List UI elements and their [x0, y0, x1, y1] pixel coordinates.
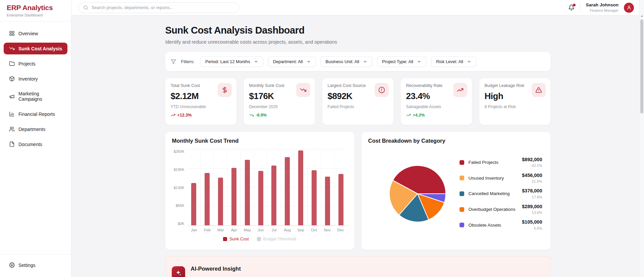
- sidebar-item-inventory[interactable]: Inventory: [4, 73, 67, 85]
- bar[interactable]: [191, 183, 196, 225]
- filter-pill-period[interactable]: Period: Last 12 Months: [200, 56, 263, 67]
- kpi-delta: +4.2%: [406, 113, 467, 118]
- kpi-label: Recoverability Rate: [406, 83, 452, 88]
- sidebar: ERP Analytics Enterprise Dashboard Overv…: [0, 0, 71, 277]
- y-tick: $65K: [176, 203, 184, 207]
- gear-icon: [9, 262, 15, 268]
- filter-funnel-icon: [171, 59, 176, 64]
- ai-insight-card: AI-Powered Insight: [165, 256, 550, 277]
- x-tick: Oct: [307, 228, 321, 232]
- sidebar-item-settings[interactable]: Settings: [4, 259, 67, 271]
- filter-pill-department[interactable]: Department: All: [268, 56, 316, 67]
- bar-chart-panel: Monthly Sunk Cost Trend $260K$195K$130K$…: [165, 132, 354, 250]
- scroll-up-arrow[interactable]: ▲: [639, 13, 644, 18]
- trending-down-icon: [296, 83, 310, 97]
- bar[interactable]: [298, 150, 303, 225]
- bar-column-dec: [334, 149, 347, 225]
- filter-pill-risk-level[interactable]: Risk Level: All: [431, 56, 476, 67]
- topbar-right: Sarah Johnson Finance Manager: [568, 2, 634, 13]
- legend-label: Budget Threshold: [263, 237, 296, 241]
- pie-legend-row-failed-projects: Failed Projects $892,000 42.1%: [460, 157, 542, 168]
- sidebar-item-marketing-campaigns[interactable]: Marketing Campaigns: [4, 88, 67, 105]
- trending-up-icon: [406, 113, 411, 118]
- avatar[interactable]: [624, 3, 634, 13]
- bar-column-jan: [187, 149, 201, 225]
- grid-icon: [9, 31, 15, 36]
- alert-circle-icon: [378, 87, 385, 93]
- bar[interactable]: [271, 166, 276, 225]
- x-tick: Jun: [254, 228, 267, 232]
- filter-pill-business-unit[interactable]: Business Unit: All: [321, 56, 372, 67]
- kpi-sublabel: YTD Unrecoverable: [171, 104, 231, 109]
- sidebar-item-sunk-cost-analysis[interactable]: Sunk Cost Analysis: [4, 43, 67, 54]
- brand-block: ERP Analytics Enterprise Dashboard: [0, 0, 71, 21]
- y-tick: $0K: [178, 222, 184, 226]
- y-tick: $260K: [174, 149, 184, 153]
- user-role: Finance Manager: [586, 8, 619, 13]
- bar[interactable]: [205, 173, 210, 225]
- x-axis-labels: JanFebMarAprMayJunJulAugSepOctNovDec: [187, 228, 347, 232]
- bar[interactable]: [285, 157, 290, 225]
- notifications-button[interactable]: [568, 4, 575, 11]
- package-icon: [9, 76, 15, 82]
- bar-chart-plot: [187, 149, 347, 226]
- kpi-label: Monthly Sunk Cost: [249, 83, 296, 88]
- kpi-card-recoverability-rate: Recoverability Rate 23.4% Salvageable As…: [401, 78, 472, 125]
- legend-swatch: [223, 237, 227, 241]
- bar[interactable]: [258, 171, 263, 225]
- search-input[interactable]: [92, 5, 234, 10]
- chevron-down-icon: [307, 59, 311, 64]
- ai-icon-badge: [172, 266, 185, 277]
- kpi-sublabel: December 2025: [249, 104, 310, 109]
- sidebar-item-overview[interactable]: Overview: [4, 28, 67, 39]
- kpi-row: Total Sunk Cost $2.12M YTD Unrecoverable…: [165, 78, 550, 125]
- legend-swatch: [460, 160, 464, 165]
- kpi-card-budget-leakage-risk: Budget Leakage Risk High 8 Projects at R…: [479, 78, 550, 125]
- filter-pill-project-type[interactable]: Project Type: All: [377, 56, 426, 67]
- legend-item-sunk-cost[interactable]: Sunk Cost: [223, 237, 249, 241]
- megaphone-icon: [9, 94, 15, 99]
- bar[interactable]: [338, 174, 343, 225]
- bar-column-mar: [214, 149, 227, 225]
- sidebar-item-departments[interactable]: Departments: [4, 123, 67, 135]
- chevron-down-icon: [363, 59, 367, 64]
- chevron-down-icon: [254, 59, 258, 64]
- legend-swatch: [460, 223, 464, 227]
- bar-column-may: [241, 149, 254, 225]
- topbar-divider: [580, 3, 580, 12]
- sparkles-icon: [175, 270, 182, 277]
- bar[interactable]: [218, 178, 223, 225]
- legend-value: $892,000: [522, 157, 542, 163]
- legend-label: Unused Inventory: [469, 176, 522, 181]
- chevron-down-icon: [467, 59, 471, 64]
- bar[interactable]: [231, 168, 236, 225]
- bar-column-jun: [254, 149, 268, 225]
- file-icon: [9, 141, 15, 147]
- trending-down-icon: [9, 46, 15, 51]
- x-tick: Nov: [321, 228, 334, 232]
- brand-tagline: Enterprise Dashboard: [7, 13, 64, 17]
- x-tick: Jan: [187, 228, 201, 232]
- megaphone-icon: [9, 94, 15, 99]
- legend-item-budget-threshold[interactable]: Budget Threshold: [257, 237, 296, 241]
- alert-triangle-icon: [535, 87, 542, 93]
- x-tick: Aug: [281, 228, 294, 232]
- bar[interactable]: [325, 177, 330, 225]
- sidebar-item-financial-reports[interactable]: Financial Reports: [4, 108, 67, 120]
- bar[interactable]: [245, 160, 250, 225]
- gear-icon: [9, 262, 15, 268]
- pie-legend-row-unused-inventory: Unused Inventory $456,000 21.5%: [460, 173, 542, 184]
- legend-swatch: [460, 207, 464, 212]
- vertical-scrollbar: ▲: [639, 0, 644, 277]
- trending-down-icon: [249, 113, 254, 118]
- user-meta: Sarah Johnson Finance Manager: [586, 2, 619, 13]
- bar-column-nov: [321, 149, 334, 225]
- global-search: [78, 2, 239, 13]
- scrollbar-thumb[interactable]: [640, 19, 643, 113]
- bar[interactable]: [312, 170, 317, 225]
- sidebar-item-documents[interactable]: Documents: [4, 138, 67, 150]
- legend-swatch: [460, 176, 464, 180]
- ai-insight-title: AI-Powered Insight: [191, 266, 241, 272]
- legend-label: Cancelled Marketing: [469, 191, 522, 196]
- sidebar-item-projects[interactable]: Projects: [4, 58, 67, 70]
